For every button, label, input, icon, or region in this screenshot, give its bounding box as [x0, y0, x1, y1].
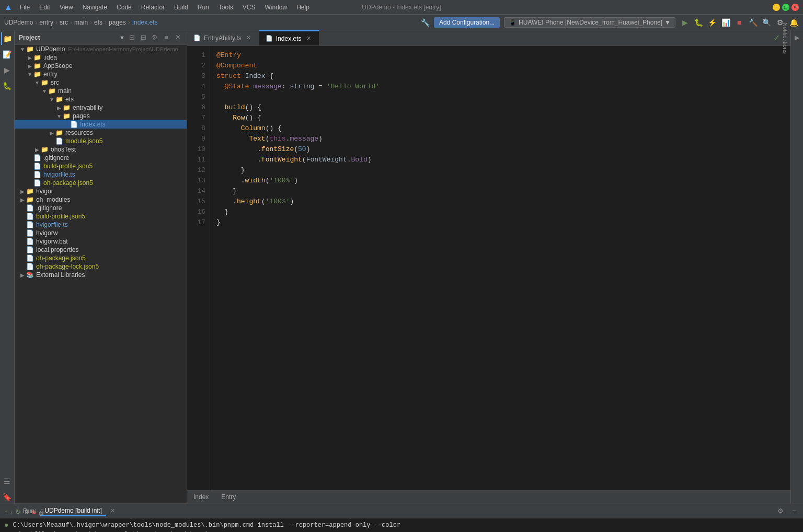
list-item[interactable]: ▶ 📁 oh_modules [15, 195, 187, 204]
add-configuration-button[interactable]: Add Configuration... [434, 17, 500, 28]
list-item[interactable]: ▶ 📄 Index.ets [15, 120, 187, 129]
sidebar-structure-icon[interactable]: ☰ [1, 475, 14, 488]
menu-refactor[interactable]: Refactor [137, 3, 169, 12]
menu-tools[interactable]: Tools [214, 3, 237, 12]
device-selector[interactable]: 📱 HUAWEI Phone [NewDevice_from_Huawei_Ph… [504, 17, 675, 28]
run-tab-build[interactable]: UDPdemo [build init] [40, 506, 106, 516]
run-settings-icon[interactable]: ⚙ [776, 506, 785, 516]
menu-help[interactable]: Help [292, 3, 314, 12]
line-numbers: 1 2 3 4 5 6 7 8 9 10 11 12 13 14 15 16 1… [187, 46, 210, 490]
list-item[interactable]: ▶ 📄 build-profile.json5 [15, 162, 187, 170]
tab-index-ets[interactable]: 📄 Index.ets ✕ [259, 30, 319, 45]
breadcrumb-file[interactable]: Index.ets [132, 19, 158, 26]
project-options-icon[interactable]: ⊞ [127, 33, 136, 42]
run-up-icon[interactable]: ↑ [4, 507, 8, 517]
run-restart-icon[interactable]: ↻ [15, 507, 21, 517]
bottom-tab-entry[interactable]: Entry [219, 492, 238, 502]
menu-code[interactable]: Code [112, 3, 136, 12]
list-item[interactable]: ▼ 📁 pages [15, 112, 187, 120]
list-item[interactable]: ▶ 📁 AppScope [15, 62, 187, 70]
list-item[interactable]: ▼ 📁 entry [15, 70, 187, 78]
menu-vcs[interactable]: VCS [238, 3, 260, 12]
debug-toggle-icon[interactable]: 🔧 [421, 18, 430, 27]
code-content[interactable]: @Entry @Component struct Index { @State … [210, 46, 790, 490]
profile-button[interactable]: ⚡ [707, 17, 717, 28]
coverage-button[interactable]: 📊 [720, 17, 731, 28]
list-item[interactable]: ▶ 📁 ohosTest [15, 145, 187, 154]
run-tab-close[interactable]: ✕ [110, 507, 115, 514]
menu-window[interactable]: Window [261, 3, 292, 12]
run-minimize-icon[interactable]: − [789, 506, 799, 516]
list-item[interactable]: ▶ 📄 local.properties [15, 246, 187, 254]
search-everywhere-icon[interactable]: 🔍 [761, 17, 772, 28]
run-output-text: C:\Users\Meaauf\.hvigor\wrapper\tools\no… [13, 521, 400, 530]
project-more-icon[interactable]: ≡ [162, 33, 171, 42]
run-button[interactable]: ▶ [680, 17, 690, 28]
breadcrumb-project[interactable]: UDPdemo [4, 19, 33, 26]
sidebar-project-icon[interactable]: 📁 [1, 32, 14, 45]
tree-root-name: UDPdemo [36, 45, 65, 53]
menu-navigate[interactable]: Navigate [78, 3, 111, 12]
right-panel-toggle[interactable]: ▶ [792, 32, 802, 43]
list-item[interactable]: ▶ 📄 hvigorfile.ts [15, 221, 187, 229]
breadcrumb-src[interactable]: src [60, 19, 68, 26]
list-item[interactable]: ▶ 📄 module.json5 [15, 137, 187, 145]
sidebar-run-icon[interactable]: ▶ [1, 64, 14, 76]
code-editor: 1 2 3 4 5 6 7 8 9 10 11 12 13 14 15 16 1… [187, 46, 790, 490]
menu-build[interactable]: Build [170, 3, 192, 12]
window-minimize-button[interactable]: − [773, 4, 780, 11]
window-maximize-button[interactable]: □ [782, 4, 789, 11]
list-item[interactable]: ▶ 📄 oh-package.json5 [15, 179, 187, 187]
tab-index-ets-close[interactable]: ✕ [305, 34, 313, 42]
tab-index-ets-label: Index.ets [276, 35, 302, 42]
project-filter-icon[interactable]: ⚙ [150, 33, 159, 42]
rebuild-button[interactable]: 🔨 [748, 17, 758, 28]
run-down-icon[interactable]: ↓ [10, 507, 14, 517]
debug-button[interactable]: 🐛 [693, 17, 704, 28]
project-dropdown-icon[interactable]: ▼ [119, 34, 125, 41]
menu-edit[interactable]: Edit [35, 3, 54, 12]
project-tree: ▼ 📁 UDPdemo E:\Huawei\openHarmonyProject… [15, 45, 187, 503]
breadcrumb: UDPdemo › entry › src › main › ets › pag… [4, 19, 157, 26]
tab-ts-icon: 📄 [193, 34, 201, 41]
list-item[interactable]: ▶ 📄 .gitignore [15, 204, 187, 212]
menu-view[interactable]: View [55, 3, 77, 12]
bottom-tab-index[interactable]: Index [191, 492, 211, 502]
list-item[interactable]: ▶ 📁 .idea [15, 53, 187, 62]
breadcrumb-main[interactable]: main [74, 19, 88, 26]
project-collapse-icon[interactable]: ⊟ [139, 33, 148, 42]
stop-button[interactable]: ■ [734, 17, 744, 28]
list-item[interactable]: ▶ 📄 .gitignore [15, 154, 187, 162]
list-item[interactable]: ▶ 📄 hvigorw.bat [15, 237, 187, 246]
list-item[interactable]: ▼ 📁 main [15, 87, 187, 95]
sidebar-commit-icon[interactable]: 📝 [1, 48, 14, 61]
list-item[interactable]: ▶ 📄 hvigorfile.ts [15, 170, 187, 179]
list-item[interactable]: ▶ 📄 build-profile.json5 [15, 212, 187, 221]
breadcrumb-ets[interactable]: ets [94, 19, 102, 26]
success-check-icon: ✓ [773, 33, 780, 43]
run-output[interactable]: ● C:\Users\Meaauf\.hvigor\wrapper\tools\… [0, 518, 803, 532]
menu-run[interactable]: Run [193, 3, 213, 12]
list-item[interactable]: ▶ 📁 entryability [15, 103, 187, 112]
sidebar-bookmarks-icon[interactable]: 🔖 [1, 491, 14, 503]
breadcrumb-pages[interactable]: pages [109, 19, 126, 26]
project-close-icon[interactable]: ✕ [173, 33, 182, 42]
window-close-button[interactable]: ✕ [791, 4, 799, 11]
list-item[interactable]: ▶ 📁 hvigor [15, 187, 187, 195]
list-item[interactable]: ▶ 📄 oh-package.json5 [15, 254, 187, 262]
device-label: HUAWEI Phone [NewDevice_from_Huawei_Phon… [519, 19, 662, 26]
breadcrumb-entry[interactable]: entry [39, 19, 53, 26]
list-item[interactable]: ▶ 📄 hvigorw [15, 229, 187, 237]
list-item[interactable]: ▶ 📚 External Libraries [15, 271, 187, 279]
list-item[interactable]: ▼ 📁 src [15, 78, 187, 87]
left-sidebar-icons: 📁 📝 ▶ 🐛 ☰ 🔖 [0, 30, 15, 503]
list-item[interactable]: ▼ 📁 ets [15, 95, 187, 103]
list-item[interactable]: ▶ 📁 resources [15, 129, 187, 137]
tab-entry-ability-close[interactable]: ✕ [245, 34, 253, 42]
tab-entry-ability[interactable]: 📄 EntryAbility.ts ✕ [187, 30, 259, 45]
sidebar-debug-icon[interactable]: 🐛 [1, 79, 14, 92]
tab-ets-icon: 📄 [266, 35, 273, 42]
menu-file[interactable]: File [16, 3, 34, 12]
list-item[interactable]: ▶ 📄 oh-package-lock.json5 [15, 262, 187, 271]
tree-root[interactable]: ▼ 📁 UDPdemo E:\Huawei\openHarmonyProject… [15, 45, 187, 53]
